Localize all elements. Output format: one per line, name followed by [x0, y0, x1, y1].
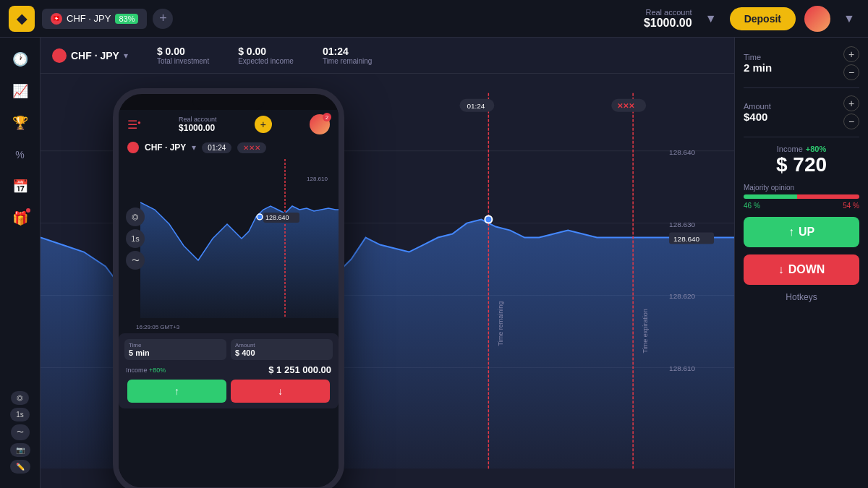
amount-controls: + −	[843, 95, 859, 129]
time-controls: + −	[843, 46, 859, 80]
sidebar-icon-trophy[interactable]: 🏆	[6, 108, 35, 137]
sidebar-icon-chart[interactable]: 📈	[6, 77, 35, 106]
amount-value: $400	[744, 111, 771, 123]
phone-time-row: 16:29:05 GMT+3	[127, 321, 330, 333]
svg-text:128.640: 128.640	[669, 148, 695, 156]
amount-plus-button[interactable]: +	[843, 95, 859, 111]
time-control-label-group: Time 2 min	[744, 53, 772, 74]
phone-time-field-label: Time	[129, 342, 222, 348]
svg-rect-7	[477, 93, 478, 468]
up-button[interactable]: ↑ UP	[744, 217, 859, 247]
sidebar-pill-cam[interactable]: 📷	[10, 443, 30, 457]
left-sidebar: 🕐 📈 🏆 % 📅 🎁 ⏣ 1s 〜 📷 ✏️	[0, 38, 41, 488]
pair-tab-label: CHF · JPY	[67, 13, 111, 24]
flag-icon: 🇨🇭	[51, 13, 62, 25]
content-area: CHF · JPY ▾ $ 0.00 Total investment $ 0.…	[41, 38, 734, 488]
sidebar-pill-pencil[interactable]: ✏️	[10, 460, 30, 474]
time-remaining-value: 01:24	[323, 46, 373, 57]
phone-btns-row: ↑ ↓	[124, 380, 333, 403]
expected-income-label: Expected income	[238, 57, 294, 65]
phone-notch	[192, 94, 265, 110]
time-plus-button[interactable]: +	[843, 46, 859, 62]
account-value: $1000.00	[644, 17, 692, 30]
phone-controls: ⏣ 1s 〜	[126, 207, 145, 270]
amount-minus-button[interactable]: −	[843, 114, 859, 129]
phone-1s-btn[interactable]: 1s	[126, 229, 145, 248]
pair-name: CHF · JPY	[71, 50, 119, 61]
phone-time-field-value[interactable]: 5 min	[129, 348, 222, 357]
sidebar-pill-candle[interactable]: ⏣	[11, 391, 29, 405]
svg-text:128.610: 128.610	[669, 364, 695, 372]
add-tab-button[interactable]: +	[153, 9, 173, 29]
phone-bottom-section: Time 5 min Amount $ 400 Income +80	[119, 333, 339, 408]
phone-menu-icon[interactable]: ☰●	[127, 118, 141, 132]
phone-mockup: ☰● Real account $1000.00 + 2 CHF · J	[113, 88, 344, 488]
sidebar-pill-wave[interactable]: 〜	[11, 424, 30, 440]
divider-1	[744, 87, 859, 88]
phone-add-button[interactable]: +	[255, 116, 272, 133]
phone-header: ☰● Real account $1000.00 + 2	[127, 110, 330, 139]
sidebar-icon-clock[interactable]: 🕐	[6, 45, 35, 74]
chart-area: 128.640 128.640 128.630 128.620 128.610 …	[41, 74, 734, 488]
total-investment-value: $ 0.00	[157, 46, 209, 57]
avatar[interactable]	[804, 6, 830, 32]
phone-down-button[interactable]: ↓	[231, 380, 330, 403]
phone-income-value: $ 1 251 000.00	[268, 364, 331, 375]
majority-down-pct: 54 %	[843, 202, 859, 210]
phone-content: ☰● Real account $1000.00 + 2 CHF · J	[119, 110, 339, 488]
phone-signal-icon: ✕✕✕	[243, 144, 260, 152]
phone-avatar[interactable]: 2	[310, 114, 330, 134]
majority-up-bar	[744, 194, 797, 199]
phone-account: Real account $1000.00	[179, 116, 217, 133]
income-section: Income +80% $ 720	[744, 145, 859, 176]
majority-pcts: 46 % 54 %	[744, 202, 859, 210]
phone-pair-name: CHF · JPY	[145, 142, 186, 153]
svg-text:128.630: 128.630	[669, 221, 695, 228]
svg-point-8	[485, 216, 492, 223]
phone-income-label: Income +80%	[126, 367, 166, 374]
hotkeys-label[interactable]: Hotkeys	[744, 292, 859, 302]
phone-signal-badge: ✕✕✕	[237, 142, 266, 153]
avatar-dropdown[interactable]: ▼	[839, 9, 859, 29]
sidebar-icon-gift[interactable]: 🎁	[6, 204, 35, 233]
phone-wave-btn[interactable]: 〜	[126, 251, 145, 270]
logo-button[interactable]: ◆	[9, 6, 35, 32]
pair-tab[interactable]: 🇨🇭 CHF · JPY 83%	[42, 9, 147, 29]
majority-section: Majority opinion 46 % 54 %	[744, 184, 859, 210]
down-button-label: DOWN	[788, 263, 825, 276]
income-label: Income	[777, 145, 803, 153]
time-label: Time	[744, 53, 772, 61]
majority-up-pct: 46 %	[744, 202, 760, 210]
account-label: Real account	[644, 8, 692, 17]
right-panel: Time 2 min + − Amount $400 + − Income	[734, 38, 868, 488]
amount-control-group: Amount $400 + −	[744, 95, 859, 129]
tab-badge: 83%	[115, 14, 138, 24]
phone-chart-svg: 128.640 128.610	[140, 159, 343, 318]
account-dropdown[interactable]: ▼	[701, 9, 721, 29]
amount-control-label-group: Amount $400	[744, 102, 771, 123]
deposit-button[interactable]: Deposit	[730, 7, 796, 30]
account-info: Real account $1000.00	[644, 8, 692, 30]
pair-selector[interactable]: CHF · JPY ▾	[52, 48, 128, 63]
phone-candle-btn[interactable]: ⏣	[126, 207, 145, 226]
amount-label: Amount	[744, 102, 771, 111]
sidebar-icon-calendar[interactable]: 📅	[6, 172, 35, 201]
expected-income-group: $ 0.00 Expected income	[238, 46, 294, 65]
up-button-label: UP	[799, 226, 814, 239]
sidebar-pill-1s[interactable]: 1s	[10, 408, 30, 421]
pair-flag-icon	[52, 48, 67, 63]
phone-account-label: Real account	[179, 116, 217, 123]
phone-amount-field-value[interactable]: $ 400	[235, 348, 328, 357]
time-remaining-group: 01:24 Time remaining	[323, 46, 373, 65]
up-arrow-icon: ↑	[788, 226, 794, 239]
phone-up-button[interactable]: ↑	[127, 380, 226, 403]
majority-bar	[744, 194, 859, 199]
phone-amount-field-label: Amount	[235, 342, 328, 348]
sidebar-icon-percent[interactable]: %	[6, 140, 35, 169]
sub-header: CHF · JPY ▾ $ 0.00 Total investment $ 0.…	[41, 38, 734, 74]
pair-chevron: ▾	[124, 51, 128, 61]
down-button[interactable]: ↓ DOWN	[744, 254, 859, 285]
time-minus-button[interactable]: −	[843, 64, 859, 80]
top-right: Real account $1000.00 ▼ Deposit ▼	[644, 6, 859, 32]
phone-time-field: Time 5 min	[124, 339, 226, 360]
